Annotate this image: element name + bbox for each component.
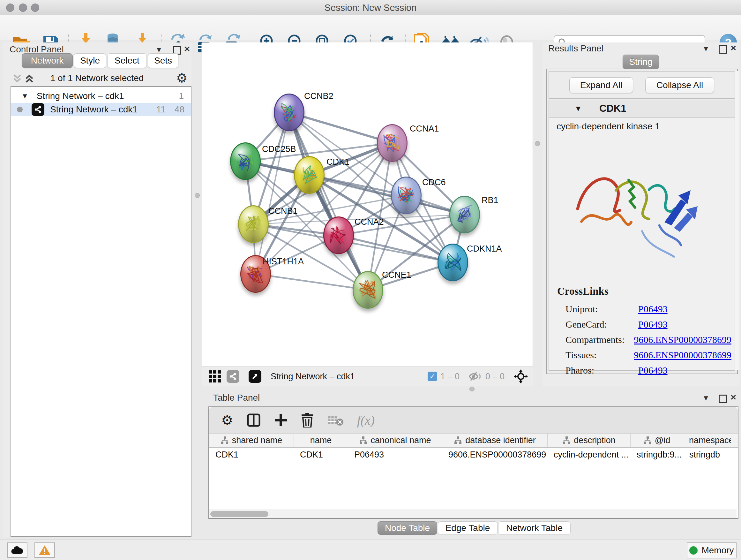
network-node[interactable]	[391, 177, 421, 214]
table-settings-gear-icon[interactable]: ⚙	[221, 413, 233, 428]
column-header[interactable]: namespace	[683, 434, 731, 447]
table-tabs: Node Table Edge Table Network Table	[378, 521, 570, 535]
table-row[interactable]: CDK1 CDK1 P06493 9606.ENSP00000378699 cy…	[209, 448, 738, 462]
selected-checkbox-icon[interactable]: ✓	[428, 372, 437, 381]
cell-database-identifier[interactable]: 9606.ENSP00000378699	[442, 448, 547, 462]
network-node[interactable]	[294, 156, 325, 194]
memory-button[interactable]: Memory	[687, 543, 737, 558]
gene-description: cyclin-dependent kinase 1	[556, 121, 660, 132]
network-collection-label: String Network – cdk1	[37, 91, 124, 101]
memory-label: Memory	[701, 545, 734, 556]
column-header[interactable]: name	[293, 434, 348, 447]
birdseye-view-icon[interactable]	[249, 370, 261, 383]
tab-sets[interactable]: Sets	[148, 53, 179, 68]
crosslink-link[interactable]: P06493	[638, 319, 668, 330]
warning-icon	[38, 545, 51, 556]
selected-node-edge-counts: 1 – 0	[441, 372, 460, 381]
protein-thumbnail	[378, 125, 407, 161]
tab-node-table[interactable]: Node Table	[378, 521, 437, 535]
add-column-icon[interactable]	[274, 414, 287, 427]
cell-namespace[interactable]: stringdb	[683, 448, 731, 462]
crosslink-link[interactable]: P06493	[638, 304, 668, 314]
crosslink-row: Compartments: 9606.ENSP00000378699	[565, 332, 731, 348]
tree-collapse-icon[interactable]: ▼	[21, 92, 28, 100]
node-label: CDKN1A	[467, 244, 502, 254]
column-header[interactable]: @id	[630, 434, 683, 447]
results-panel-close-icon[interactable]: ✕	[730, 44, 737, 53]
column-header[interactable]: canonical name	[348, 434, 442, 447]
status-bar: Memory	[0, 540, 741, 560]
cell-shared-name[interactable]: CDK1	[209, 448, 293, 462]
crosslink-link[interactable]: P06493	[638, 365, 668, 376]
bottom-splitter-handle[interactable]	[469, 387, 475, 392]
network-tree-root-row[interactable]: ▼ String Network – cdk1 1	[11, 89, 191, 103]
table-panel-close-icon[interactable]: ✕	[730, 393, 737, 402]
tab-string[interactable]: String	[623, 55, 659, 69]
cloud-button[interactable]	[7, 543, 27, 558]
fit-selected-crosshair-icon[interactable]	[514, 369, 528, 383]
current-network-title: String Network – cdk1	[271, 372, 355, 381]
protein-thumbnail	[439, 245, 467, 280]
warnings-button[interactable]	[35, 543, 55, 558]
network-node[interactable]	[230, 142, 261, 180]
show-columns-icon[interactable]	[247, 413, 261, 427]
protein-thumbnail	[324, 217, 353, 253]
grid-view-icon[interactable]	[209, 370, 221, 382]
table-hscrollbar[interactable]	[209, 509, 737, 518]
column-header[interactable]: description	[547, 434, 630, 447]
expand-all-button[interactable]: Expand All	[569, 77, 633, 93]
cell-description[interactable]: cyclin-dependent ...	[547, 448, 630, 462]
network-view-icon[interactable]	[226, 370, 239, 383]
collection-count: 1	[179, 91, 184, 101]
network-node[interactable]	[353, 271, 383, 309]
network-node[interactable]	[437, 244, 468, 281]
tab-style[interactable]: Style	[74, 53, 106, 68]
network-tree-item-row[interactable]: String Network – cdk1 11 48	[11, 103, 191, 116]
table-hscrollbar-thumb[interactable]	[210, 511, 268, 517]
left-splitter-handle[interactable]	[195, 193, 200, 198]
table-panel-title: Table Panel	[213, 393, 260, 403]
tab-select[interactable]: Select	[107, 53, 147, 68]
network-item-label: String Network – cdk1	[50, 105, 138, 115]
results-panel-menu-icon[interactable]: ▾	[704, 44, 708, 53]
crosslink-row: Pharos: P06493	[565, 363, 731, 378]
table-panel-menu-icon[interactable]: ▾	[704, 393, 708, 402]
tab-network[interactable]: Network	[22, 53, 73, 68]
crosslink-row: GeneCard: P06493	[565, 317, 731, 332]
table-panel-float-icon[interactable]	[719, 395, 727, 404]
cell-canonical-name[interactable]: P06493	[348, 448, 442, 462]
protein-structure-image	[569, 142, 703, 269]
network-node[interactable]	[377, 124, 408, 162]
network-node[interactable]	[238, 205, 269, 243]
crosslink-link[interactable]: 9606.ENSP00000378699	[634, 350, 731, 361]
function-builder-icon: f(x)	[357, 413, 375, 428]
control-panel-tabs: Network Style Select Sets	[22, 53, 179, 68]
delete-column-icon[interactable]	[301, 413, 314, 428]
network-options-gear-icon[interactable]: ⚙	[176, 71, 188, 85]
cell-name[interactable]: CDK1	[293, 448, 348, 462]
section-collapse-icon[interactable]: ▼	[575, 104, 582, 113]
table-container: ⚙ f(x) shared name name canonical name d…	[208, 407, 738, 519]
results-panel-float-icon[interactable]	[719, 45, 727, 55]
control-panel-close-icon[interactable]: ✕	[184, 45, 190, 54]
network-canvas[interactable]: CCNB2CCNA1CDC25BCDK1CDC6RB1CCNB1CCNA2CDK…	[202, 43, 533, 367]
crosslink-link[interactable]: 9606.ENSP00000378699	[634, 334, 731, 345]
column-header[interactable]: database identifier	[442, 434, 547, 447]
right-splitter-handle[interactable]	[535, 141, 540, 146]
network-node[interactable]	[274, 94, 305, 131]
column-header[interactable]: shared name	[209, 434, 293, 447]
tab-network-table[interactable]: Network Table	[498, 521, 570, 535]
network-nodes-layer: CCNB2CCNA1CDC25BCDK1CDC6RB1CCNB1CCNA2CDK…	[202, 43, 533, 367]
gene-section-header[interactable]: ▼ CDK1	[549, 100, 735, 118]
network-node[interactable]	[323, 216, 354, 254]
results-scrollbar[interactable]	[735, 71, 739, 370]
network-node[interactable]	[449, 196, 480, 233]
main-toolbar: ?	[0, 15, 741, 40]
collapse-all-button[interactable]: Collapse All	[645, 77, 714, 93]
cell-id[interactable]: stringdb:9...	[630, 448, 683, 462]
tab-edge-table[interactable]: Edge Table	[438, 521, 497, 535]
control-panel-menu-icon[interactable]: ▾	[157, 45, 161, 54]
crosslink-label: Pharos:	[565, 365, 638, 376]
table-panel: Table Panel ▾ ✕ ⚙ f(x) shared name name …	[203, 391, 741, 538]
gene-section: ▼ CDK1 cyclin-dependent kinase 1	[549, 100, 735, 371]
